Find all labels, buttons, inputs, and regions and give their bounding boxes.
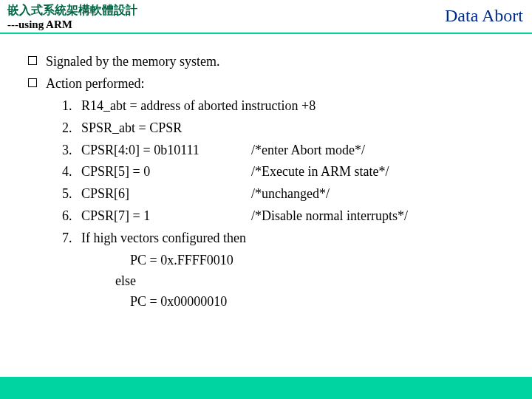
step-number: 7. — [62, 228, 81, 249]
else-branch: PC = 0x00000010 — [130, 292, 511, 313]
step-text: If high vectors configured then — [81, 228, 246, 249]
bullet-square-icon — [28, 78, 37, 87]
else-keyword: else — [115, 271, 511, 292]
bullet-text: Action performed: — [46, 74, 144, 95]
slide-content: Signaled by the memory system. Action pe… — [0, 34, 532, 313]
then-branch: PC = 0x.FFFF0010 — [130, 250, 511, 271]
step-text: CPSR[5] = 0 /*Execute in ARM state*/ — [81, 162, 389, 183]
step-text: SPSR_abt = CPSR — [81, 118, 182, 139]
step-number: 3. — [62, 140, 81, 161]
ordered-list: 1. R14_abt = address of aborted instruct… — [62, 96, 511, 313]
slide-header: 嵌入式系統架構軟體設計 ---using ARM Data Abort — [0, 0, 532, 34]
bullet-item: Signaled by the memory system. — [28, 52, 511, 72]
step-code: CPSR[5] = 0 — [81, 162, 251, 183]
step-comment: /*enter Abort mode*/ — [251, 140, 365, 161]
step-text: CPSR[7] = 1 /*Disable normal interrupts*… — [81, 206, 408, 227]
step-number: 6. — [62, 206, 81, 227]
step-code: CPSR[4:0] = 0b10111 — [81, 140, 251, 161]
step-text: CPSR[6] /*unchanged*/ — [81, 184, 330, 205]
step-comment: /*unchanged*/ — [251, 184, 330, 205]
list-item: 4. CPSR[5] = 0 /*Execute in ARM state*/ — [62, 162, 511, 183]
step-comment: /*Execute in ARM state*/ — [251, 162, 389, 183]
bullet-square-icon — [28, 56, 37, 65]
bullet-item: Action performed: — [28, 74, 511, 95]
step-text: CPSR[4:0] = 0b10111 /*enter Abort mode*/ — [81, 140, 365, 161]
step-number: 4. — [62, 162, 81, 183]
step-number: 5. — [62, 184, 81, 205]
step-code: CPSR[6] — [81, 184, 251, 205]
list-item: 5. CPSR[6] /*unchanged*/ — [62, 184, 511, 205]
bullet-text: Signaled by the memory system. — [46, 52, 219, 72]
list-item: 2. SPSR_abt = CPSR — [62, 118, 511, 139]
footer-bar — [0, 377, 532, 399]
list-item: 6. CPSR[7] = 1 /*Disable normal interrup… — [62, 206, 511, 227]
list-item: 1. R14_abt = address of aborted instruct… — [62, 96, 511, 117]
step-text: R14_abt = address of aborted instruction… — [81, 96, 316, 117]
step-number: 2. — [62, 118, 81, 139]
list-item: 7. If high vectors configured then — [62, 228, 511, 249]
slide-title: Data Abort — [445, 6, 523, 26]
step-code: CPSR[7] = 1 — [81, 206, 251, 227]
step-comment: /*Disable normal interrupts*/ — [251, 206, 408, 227]
course-title: 嵌入式系統架構軟體設計 — [7, 3, 137, 18]
step-number: 1. — [62, 96, 81, 117]
course-subtitle: ---using ARM — [7, 18, 137, 31]
conditional-block: PC = 0x.FFFF0010 else PC = 0x00000010 — [115, 250, 511, 313]
header-left: 嵌入式系統架構軟體設計 ---using ARM — [7, 3, 137, 31]
list-item: 3. CPSR[4:0] = 0b10111 /*enter Abort mod… — [62, 140, 511, 161]
